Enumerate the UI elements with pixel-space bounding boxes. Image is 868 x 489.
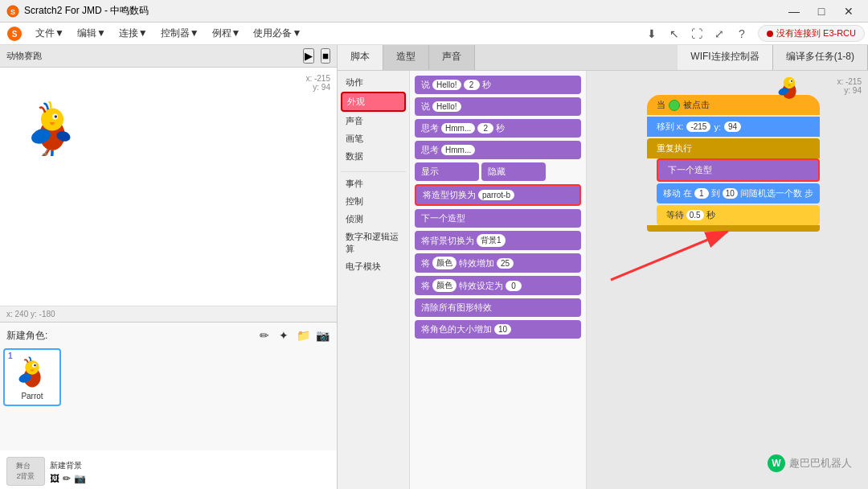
canvas-block-inner: 下一个造型 移动 在 1 到 10 间随机选一个数 步 (657, 158, 820, 225)
close-button[interactable]: ✕ (836, 3, 862, 19)
cat-data[interactable]: 数据 (341, 148, 406, 165)
block-think-hmm[interactable]: 思考 Hmm... (415, 141, 581, 159)
block-next-costume[interactable]: 下一个造型 (415, 209, 581, 228)
sprite-preview-corner (775, 72, 804, 104)
menu-edit[interactable]: 编辑▼ (71, 23, 113, 43)
minimize-button[interactable]: — (781, 3, 807, 19)
bg-paint-icon[interactable]: ✏ (63, 473, 71, 484)
new-sprite-label: 新建角色: (6, 329, 47, 343)
bg-tools: 🖼 ✏ 📷 (50, 473, 86, 484)
canvas-block-next-costume[interactable]: 下一个造型 (657, 158, 820, 182)
status-dot (767, 31, 773, 37)
menubar: S 文件▼ 编辑▼ 连接▼ 控制器▼ 例程▼ 使用必备▼ ⬇ ↖ ⛶ ⤢ ? 没… (0, 23, 868, 45)
stage-area: 动物赛跑 ▶ ■ (0, 45, 338, 489)
tab-scripts[interactable]: 脚本 (338, 45, 383, 70)
watermark: W 趣巴巴机器人 (767, 454, 852, 473)
stop-button[interactable]: ■ (321, 48, 330, 64)
svg-point-14 (34, 364, 36, 366)
cat-events[interactable]: 事件 (341, 175, 406, 192)
cat-motion[interactable]: 动作 (341, 74, 406, 91)
tab-compile[interactable]: 编译多任务(1-8) (773, 45, 868, 70)
cat-appearance[interactable]: 外观 (341, 92, 406, 112)
block-say-hello[interactable]: 说 Hello! (415, 97, 581, 116)
stage-thumbnail: 舞台2背景 (6, 457, 45, 486)
block-effect-add[interactable]: 将 颜色 特效增加 25 (415, 253, 581, 273)
svg-point-9 (55, 115, 58, 118)
tab-wifi[interactable]: WIFI连接控制器 (678, 45, 772, 70)
canvas-block-repeat[interactable]: 重复执行 (647, 138, 820, 158)
toolbar-expand-icon[interactable]: ⛶ (687, 24, 706, 43)
scripts-content: 动作 外观 声音 画笔 数据 事件 控制 侦测 数字和逻辑运算 电子模块 (338, 71, 868, 489)
cat-sound[interactable]: 声音 (341, 113, 406, 129)
titlebar: S Scratch2 For JMD - 中鸣数码 — □ ✕ (0, 0, 868, 23)
block-switch-costume[interactable]: 将造型切换为 parrot-b (415, 184, 581, 206)
cat-pen[interactable]: 画笔 (341, 130, 406, 147)
sprites-row: 1 Parrot (3, 348, 334, 406)
tab-sounds[interactable]: 声音 (429, 45, 475, 70)
block-palette: 动作 外观 声音 画笔 数据 事件 控制 侦测 数字和逻辑运算 电子模块 (338, 71, 587, 489)
svg-point-23 (791, 80, 792, 82)
sprite-panel-header: 新建角色: ✏ ✦ 📁 📷 (3, 326, 334, 345)
folder-icon[interactable]: 📁 (295, 327, 311, 343)
block-list: 说 Hello! 2 秒 说 Hello! 思考 Hmm... 2 秒 (410, 71, 586, 489)
star-icon[interactable]: ✦ (276, 327, 292, 343)
canvas-block-move-random[interactable]: 移动 在 1 到 10 间随机选一个数 步 (657, 183, 820, 203)
scripts-tabs: 脚本 造型 声音 WIFI连接控制器 编译多任务(1-8) (338, 45, 868, 71)
scripts-area: 脚本 造型 声音 WIFI连接控制器 编译多任务(1-8) 动作 外观 声音 画… (338, 45, 868, 489)
cat-sensing[interactable]: 侦测 (341, 211, 406, 228)
svg-point-21 (784, 77, 795, 88)
canvas-coords-display: x: -215 y: 94 (837, 77, 862, 95)
camera-icon[interactable]: 📷 (314, 327, 330, 343)
menu-controller[interactable]: 控制器▼ (154, 23, 206, 43)
toolbar-download-icon[interactable]: ⬇ (642, 24, 661, 43)
maximize-button[interactable]: □ (809, 3, 834, 19)
tab-costumes[interactable]: 造型 (383, 45, 429, 70)
new-sprite-tools: ✏ ✦ 📁 📷 (256, 327, 330, 343)
cat-control[interactable]: 控制 (341, 193, 406, 210)
flag-icon (669, 100, 680, 111)
toolbar-cursor-icon[interactable]: ↖ (665, 24, 684, 43)
block-size-add[interactable]: 将角色的大小增加 10 (415, 320, 581, 339)
sprite-coords: x: -215 y: 94 (305, 74, 330, 92)
menu-file[interactable]: 文件▼ (29, 23, 71, 43)
block-switch-bg[interactable]: 将背景切换为 背景1 (415, 231, 581, 250)
block-hide[interactable]: 隐藏 (481, 162, 546, 181)
window-title: Scratch2 For JMD - 中鸣数码 (24, 4, 149, 18)
block-show[interactable]: 显示 (415, 162, 479, 181)
svg-line-16 (611, 232, 727, 280)
stage-title: 动物赛跑 (6, 50, 42, 62)
block-effect-set[interactable]: 将 颜色 特效设定为 0 (415, 276, 581, 295)
block-think-hmm-sec[interactable]: 思考 Hmm... 2 秒 (415, 119, 581, 138)
menu-connect[interactable]: 连接▼ (113, 23, 154, 43)
bg-image-icon[interactable]: 🖼 (50, 473, 59, 484)
connection-status: 没有连接到 E3-RCU (758, 25, 865, 42)
window-controls: — □ ✕ (781, 3, 862, 19)
toolbar-help-icon[interactable]: ? (732, 24, 751, 43)
bg-camera-icon[interactable]: 📷 (74, 473, 86, 484)
right-tabs: WIFI连接控制器 编译多任务(1-8) (678, 45, 868, 70)
cat-operators[interactable]: 数字和逻辑运算 (341, 228, 406, 257)
sprite-thumb-parrot[interactable]: 1 Parrot (3, 348, 61, 406)
stage-header: 动物赛跑 ▶ ■ (0, 45, 337, 68)
paint-icon[interactable]: ✏ (256, 327, 272, 343)
sprite-img-parrot (14, 355, 50, 390)
block-categories: 动作 外观 声音 画笔 数据 事件 控制 侦测 数字和逻辑运算 电子模块 (338, 71, 410, 489)
green-flag-button[interactable]: ▶ (303, 48, 314, 64)
watermark-icon: W (767, 454, 786, 473)
code-area: 当 被点击 移到 x: -215 y: 94 重复执行 (587, 71, 868, 489)
app-logo: S (3, 23, 26, 45)
menu-examples[interactable]: 例程▼ (206, 23, 248, 43)
block-say-hello-sec[interactable]: 说 Hello! 2 秒 (415, 76, 581, 94)
sprite-panel: 新建角色: ✏ ✦ 📁 📷 1 (0, 322, 337, 450)
main-layout: 动物赛跑 ▶ ■ (0, 45, 868, 489)
canvas-block-moveto[interactable]: 移到 x: -215 y: 94 (647, 117, 820, 137)
cat-electronics[interactable]: 电子模块 (341, 258, 406, 275)
canvas-block-repeat-group: 重复执行 下一个造型 移动 在 1 到 (647, 138, 820, 232)
stage-canvas: x: -215 y: 94 (0, 68, 337, 306)
canvas-block-wait[interactable]: 等待 0.5 秒 (657, 205, 820, 225)
menu-help[interactable]: 使用必备▼ (247, 23, 308, 43)
block-clear-effects[interactable]: 清除所有图形特效 (415, 298, 581, 317)
sprite-name-parrot: Parrot (21, 392, 43, 401)
toolbar-arrows-icon[interactable]: ⤢ (710, 24, 729, 43)
parrot-sprite (24, 100, 80, 156)
